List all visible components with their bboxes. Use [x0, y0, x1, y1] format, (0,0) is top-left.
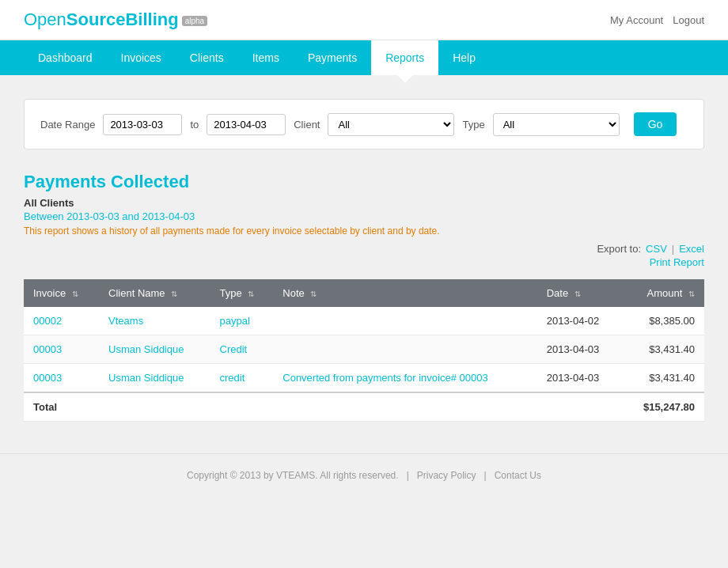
total-empty-4 — [537, 392, 621, 422]
between-prefix: Between — [24, 210, 64, 222]
csv-link[interactable]: CSV — [646, 243, 667, 255]
nav-clients[interactable]: Clients — [176, 40, 238, 75]
col-client-name[interactable]: Client Name ⇅ — [99, 279, 210, 307]
logo-billing: Billing — [125, 9, 178, 29]
nav-dashboard[interactable]: Dashboard — [24, 40, 107, 75]
cell-amount: $3,431.40 — [621, 335, 704, 364]
report-description: This report shows a history of all payme… — [24, 225, 704, 237]
date-from-input[interactable] — [103, 114, 182, 135]
type-link[interactable]: Credit — [220, 343, 248, 355]
filter-bar: Date Range to Client All Type All Go — [24, 99, 704, 150]
cell-client: Usman Siddique — [99, 335, 210, 364]
total-row: Total $15,247.80 — [24, 392, 704, 422]
footer-sep1: | — [407, 470, 409, 481]
report-date-from: 2013-03-03 — [66, 210, 119, 222]
invoice-sort-icon: ⇅ — [72, 290, 78, 298]
table-row: 00002 Vteams paypal 2013-04-02 $8,385.00 — [24, 307, 704, 335]
top-bar: OpenSourceBillingalpha My Account Logout — [0, 0, 728, 40]
col-type[interactable]: Type ⇅ — [210, 279, 274, 307]
print-link[interactable]: Print Report — [650, 256, 704, 268]
invoice-link[interactable]: 00003 — [33, 343, 62, 355]
cell-amount: $3,431.40 — [621, 364, 704, 393]
nav-items[interactable]: Items — [238, 40, 294, 75]
total-amount: $15,247.80 — [621, 392, 704, 422]
export-label: Export to: — [597, 243, 641, 255]
total-empty-3 — [273, 392, 537, 422]
cell-client: Usman Siddique — [99, 364, 210, 393]
total-empty-1 — [99, 392, 210, 422]
date-to-input[interactable] — [207, 114, 286, 135]
report-title: Payments Collected — [24, 172, 704, 192]
footer: Copyright © 2013 by VTEAMS. All rights r… — [0, 453, 728, 497]
report-subtitle: All Clients — [24, 197, 704, 209]
logo: OpenSourceBillingalpha — [24, 9, 207, 30]
client-label: Client — [294, 119, 320, 131]
cell-date: 2013-04-02 — [537, 307, 621, 335]
type-sort-icon: ⇅ — [248, 290, 254, 298]
report-between: Between 2013-03-03 and 2013-04-03 — [24, 210, 704, 222]
cell-date: 2013-04-03 — [537, 335, 621, 364]
cell-note — [273, 307, 537, 335]
cell-amount: $8,385.00 — [621, 307, 704, 335]
privacy-link[interactable]: Privacy Policy — [417, 470, 476, 481]
print-row: Print Report — [24, 256, 704, 268]
logo-open: Open — [24, 9, 66, 29]
type-label: Type — [462, 119, 484, 131]
copyright: Copyright © 2013 by VTEAMS. All rights r… — [187, 470, 399, 481]
table-row: 00003 Usman Siddique Credit 2013-04-03 $… — [24, 335, 704, 364]
date-sort-icon: ⇅ — [574, 290, 581, 298]
nav-reports[interactable]: Reports — [371, 40, 438, 75]
logout-link[interactable]: Logout — [673, 14, 704, 26]
my-account-link[interactable]: My Account — [610, 14, 663, 26]
client-link[interactable]: Usman Siddique — [108, 343, 184, 355]
nav-payments[interactable]: Payments — [294, 40, 371, 75]
cell-invoice: 00003 — [24, 335, 99, 364]
invoice-link[interactable]: 00003 — [33, 372, 62, 384]
nav-bar: Dashboard Invoices Clients Items Payment… — [0, 40, 728, 75]
nav-help[interactable]: Help — [438, 40, 490, 75]
note-link[interactable]: Converted from payments for invoice# 000… — [282, 372, 487, 384]
top-links: My Account Logout — [610, 14, 704, 26]
logo-alpha: alpha — [182, 16, 207, 26]
cell-date: 2013-04-03 — [537, 364, 621, 393]
contact-link[interactable]: Contact Us — [495, 470, 541, 481]
excel-link[interactable]: Excel — [679, 243, 704, 255]
cell-invoice: 00003 — [24, 364, 99, 393]
logo-source: Source — [66, 9, 126, 29]
report-date-to: 2013-04-03 — [142, 210, 195, 222]
type-link[interactable]: credit — [220, 372, 245, 384]
cell-note — [273, 335, 537, 364]
type-select[interactable]: All — [493, 113, 620, 136]
cell-invoice: 00002 — [24, 307, 99, 335]
date-range-label: Date Range — [40, 119, 95, 131]
client-link[interactable]: Vteams — [108, 315, 143, 327]
cell-type: Credit — [210, 335, 274, 364]
and-label: and — [122, 210, 139, 222]
total-label: Total — [24, 392, 99, 422]
cell-client: Vteams — [99, 307, 210, 335]
footer-sep2: | — [483, 470, 486, 481]
note-sort-icon: ⇅ — [310, 290, 317, 298]
nav-invoices[interactable]: Invoices — [107, 40, 176, 75]
client-sort-icon: ⇅ — [171, 290, 177, 298]
total-empty-2 — [210, 392, 274, 422]
client-link[interactable]: Usman Siddique — [108, 372, 184, 384]
col-date[interactable]: Date ⇅ — [537, 279, 621, 307]
payments-table: Invoice ⇅ Client Name ⇅ Type ⇅ Note ⇅ Da… — [24, 279, 704, 422]
table-header-row: Invoice ⇅ Client Name ⇅ Type ⇅ Note ⇅ Da… — [24, 279, 704, 307]
amount-sort-icon: ⇅ — [688, 290, 695, 298]
export-row: Export to: CSV | Excel — [24, 243, 704, 255]
col-note[interactable]: Note ⇅ — [273, 279, 537, 307]
cell-type: paypal — [210, 307, 274, 335]
export-separator: | — [672, 243, 674, 255]
type-link[interactable]: paypal — [220, 315, 250, 327]
col-invoice[interactable]: Invoice ⇅ — [24, 279, 99, 307]
col-amount[interactable]: Amount ⇅ — [621, 279, 704, 307]
main-content: Date Range to Client All Type All Go Pay… — [8, 99, 720, 422]
cell-type: credit — [210, 364, 274, 393]
table-row: 00003 Usman Siddique credit Converted fr… — [24, 364, 704, 393]
to-label: to — [190, 119, 199, 131]
go-button[interactable]: Go — [634, 112, 677, 136]
invoice-link[interactable]: 00002 — [33, 315, 62, 327]
client-select[interactable]: All — [328, 113, 454, 136]
